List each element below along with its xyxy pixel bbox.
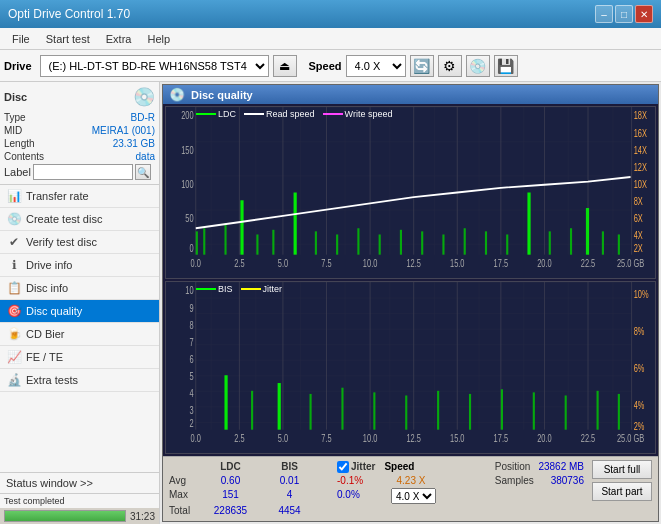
sidebar-item-label: Create test disc <box>26 213 102 225</box>
svg-text:17.5: 17.5 <box>494 433 508 445</box>
avg-ldc: 0.60 <box>203 474 258 488</box>
status-window-button[interactable]: Status window >> <box>0 473 159 493</box>
minimize-button[interactable]: – <box>595 5 613 23</box>
svg-text:10%: 10% <box>634 288 649 300</box>
svg-text:4%: 4% <box>634 400 645 412</box>
sidebar-item-label: Disc info <box>26 282 68 294</box>
svg-text:5.0: 5.0 <box>278 258 288 270</box>
disc-length-value: 23.31 GB <box>113 138 155 149</box>
svg-text:12.5: 12.5 <box>406 258 420 270</box>
jitter-color <box>241 288 261 290</box>
stats-bis-header: BIS <box>262 460 317 474</box>
svg-text:10.0: 10.0 <box>363 258 377 270</box>
quality-panel-icon: 💿 <box>169 87 185 102</box>
svg-text:200: 200 <box>181 110 193 122</box>
drive-select[interactable]: (E:) HL-DT-ST BD-RE WH16NS58 TST4 <box>40 55 269 77</box>
disc-length-row: Length 23.31 GB <box>4 138 155 149</box>
svg-text:22.5: 22.5 <box>581 433 595 445</box>
sidebar-item-create-test-disc[interactable]: 💿 Create test disc <box>0 208 159 231</box>
bis-legend: BIS Jitter <box>196 284 282 294</box>
maximize-button[interactable]: □ <box>615 5 633 23</box>
close-button[interactable]: ✕ <box>635 5 653 23</box>
position-section: Position 23862 MB Samples 380736 <box>495 460 584 488</box>
extra-tests-icon: 🔬 <box>6 373 22 387</box>
svg-rect-33 <box>294 193 297 255</box>
svg-text:14X: 14X <box>634 144 648 156</box>
svg-rect-32 <box>272 230 274 255</box>
ldc-chart-svg: 200 150 100 50 0 18X 16X 14X 12X 10X 8X … <box>166 107 655 278</box>
ldc-legend-ldc: LDC <box>196 109 236 119</box>
disc-title: Disc <box>4 91 27 103</box>
svg-rect-43 <box>506 234 508 254</box>
start-part-button[interactable]: Start part <box>592 482 652 501</box>
svg-rect-95 <box>437 391 439 430</box>
writespeed-color <box>323 113 343 115</box>
svg-text:6X: 6X <box>634 213 644 225</box>
svg-text:0.0: 0.0 <box>191 433 201 445</box>
sidebar-item-drive-info[interactable]: ℹ Drive info <box>0 254 159 277</box>
disc-type-label: Type <box>4 112 26 123</box>
jitter-checkbox[interactable] <box>337 461 349 473</box>
save-button[interactable]: 💾 <box>494 55 518 77</box>
svg-text:6: 6 <box>189 353 193 365</box>
start-full-button[interactable]: Start full <box>592 460 652 479</box>
svg-text:5: 5 <box>189 371 193 383</box>
svg-text:20.0: 20.0 <box>537 433 551 445</box>
svg-text:0.0: 0.0 <box>191 258 201 270</box>
svg-rect-45 <box>549 231 551 254</box>
bis-legend-label-bis: BIS <box>218 284 233 294</box>
refresh-button[interactable]: 🔄 <box>410 55 434 77</box>
svg-text:8: 8 <box>189 319 193 331</box>
svg-rect-39 <box>421 231 423 254</box>
disc-header: Disc 💿 <box>4 86 155 108</box>
menu-start-test[interactable]: Start test <box>38 31 98 47</box>
status-section: Status window >> Test completed 31:23 <box>0 472 159 524</box>
disc-burn-button[interactable]: 💿 <box>466 55 490 77</box>
sidebar-item-transfer-rate[interactable]: 📊 Transfer rate <box>0 185 159 208</box>
svg-text:18X: 18X <box>634 110 648 122</box>
total-bis: 4454 <box>262 504 317 518</box>
disc-label-button[interactable]: 🔍 <box>135 164 151 180</box>
quality-panel: 💿 Disc quality LDC Read speed <box>162 84 659 522</box>
svg-text:6%: 6% <box>634 363 645 375</box>
svg-rect-28 <box>203 228 205 254</box>
disc-type-row: Type BD-R <box>4 112 155 123</box>
sidebar-item-cd-bier[interactable]: 🍺 CD Bier <box>0 323 159 346</box>
progress-bar <box>4 510 126 522</box>
settings-button[interactable]: ⚙ <box>438 55 462 77</box>
menu-help[interactable]: Help <box>139 31 178 47</box>
speed-dropdown[interactable]: 4.0 X <box>391 488 436 504</box>
svg-rect-30 <box>240 200 243 254</box>
disc-panel: Disc 💿 Type BD-R MID MEIRA1 (001) Length… <box>0 82 159 185</box>
sidebar-item-disc-info[interactable]: 📋 Disc info <box>0 277 159 300</box>
svg-text:7: 7 <box>189 336 193 348</box>
sidebar-item-fe-te[interactable]: 📈 FE / TE <box>0 346 159 369</box>
disc-info-icon: 📋 <box>6 281 22 295</box>
sidebar-item-extra-tests[interactable]: 🔬 Extra tests <box>0 369 159 392</box>
svg-text:8X: 8X <box>634 196 644 208</box>
svg-rect-89 <box>251 391 253 430</box>
menu-extra[interactable]: Extra <box>98 31 140 47</box>
menu-file[interactable]: File <box>4 31 38 47</box>
app-title: Opti Drive Control 1.70 <box>8 7 130 21</box>
svg-text:25.0 GB: 25.0 GB <box>617 433 644 445</box>
svg-rect-44 <box>527 193 530 255</box>
bis-legend-label-jitter: Jitter <box>263 284 283 294</box>
jitter-header: Jitter <box>351 460 375 474</box>
ldc-chart: LDC Read speed Write speed <box>165 106 656 279</box>
max-jitter: 0.0% <box>337 488 387 504</box>
eject-button[interactable]: ⏏ <box>273 55 297 77</box>
disc-label-input[interactable] <box>33 164 133 180</box>
sidebar-item-verify-test-disc[interactable]: ✔ Verify test disc <box>0 231 159 254</box>
sidebar-item-disc-quality[interactable]: 🎯 Disc quality <box>0 300 159 323</box>
create-test-disc-icon: 💿 <box>6 212 22 226</box>
avg-bis: 0.01 <box>262 474 317 488</box>
svg-rect-92 <box>341 388 343 430</box>
speed-select[interactable]: 4.0 X <box>346 55 406 77</box>
status-time: 31:23 <box>130 511 155 522</box>
toolbar: Drive (E:) HL-DT-ST BD-RE WH16NS58 TST4 … <box>0 50 661 82</box>
svg-text:25.0 GB: 25.0 GB <box>617 258 644 270</box>
avg-jitter: -0.1% <box>337 474 387 488</box>
stats-total-row: Total 228635 4454 <box>169 504 487 518</box>
svg-text:15.0: 15.0 <box>450 433 464 445</box>
